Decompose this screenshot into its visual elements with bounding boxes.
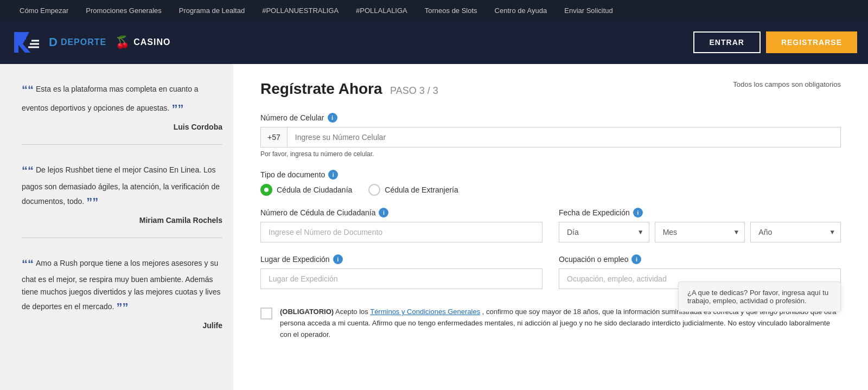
testimonial-2-text: De lejos Rushbet tiene el mejor Casino E… — [22, 161, 222, 212]
deporte-badge[interactable]: D DEPORTE — [49, 35, 106, 49]
celular-info-icon[interactable]: i — [328, 113, 337, 123]
fecha-label: Fecha de Expedición i — [559, 208, 841, 218]
dia-select[interactable]: Día — [559, 222, 649, 242]
celular-hint: Por favor, ingresa tu número de celular. — [260, 150, 841, 158]
radio-circle-extranjeria — [368, 184, 380, 196]
lugar-ocupacion-row: Lugar de Expedición i Ocupación o empleo… — [260, 254, 841, 289]
celular-label: Número de Celular i — [260, 113, 841, 123]
main-container: Esta es la plataforma mas completa en cu… — [0, 64, 868, 390]
testimonial-3-text: Amo a Rush porque tiene a los mejores as… — [22, 254, 222, 317]
cedula-fecha-row: Número de Cédula de Ciudadanía i Fecha d… — [260, 208, 841, 242]
terms-link[interactable]: Términos y Condiciones Generales — [370, 308, 480, 316]
mes-wrapper: Mes ▼ — [655, 222, 745, 242]
phone-prefix: +57 — [261, 127, 288, 147]
cherry-icon: 🍒 — [115, 35, 130, 49]
phone-row: +57 — [260, 127, 841, 148]
ocupacion-col: Ocupación o empleo i ¿A que te dedicas? … — [559, 254, 841, 289]
logo-r[interactable] — [11, 30, 40, 55]
nav-promociones[interactable]: Promociones Generales — [77, 7, 170, 15]
lugar-label: Lugar de Expedición i — [260, 254, 542, 264]
anio-wrapper: Año ▼ — [750, 222, 841, 242]
testimonial-1: Esta es la plataforma mas completa en cu… — [22, 80, 222, 145]
ocupacion-label: Ocupación o empleo i — [559, 254, 841, 264]
radio-cedula-extranjeria[interactable]: Cédula de Extranjería — [368, 184, 458, 196]
date-row: Día ▼ Mes ▼ Año ▼ — [559, 222, 841, 242]
mes-select[interactable]: Mes — [655, 222, 745, 242]
form-step: PASO 3 / 3 — [390, 85, 438, 96]
nav-solicitud[interactable]: Enviar Solicitud — [556, 7, 622, 15]
radio-cedula-ciudadania[interactable]: Cédula de Ciudadanía — [260, 184, 352, 196]
testimonial-2-author: Miriam Camila Rochels — [22, 216, 222, 225]
top-nav: Cómo Empezar Promociones Generales Progr… — [0, 0, 868, 21]
anio-select[interactable]: Año — [750, 222, 841, 242]
celular-group: Número de Celular i +57 Por favor, ingre… — [260, 113, 841, 158]
form-title-group: Regístrate Ahora PASO 3 / 3 — [260, 80, 438, 98]
dia-wrapper: Día ▼ — [559, 222, 649, 242]
form-title: Regístrate Ahora — [260, 80, 382, 97]
tipo-documento-label: Tipo de documento i — [260, 170, 841, 180]
terms-checkbox[interactable] — [260, 308, 272, 319]
testimonial-1-author: Luis Cordoba — [22, 123, 222, 131]
tipo-doc-info-icon[interactable]: i — [328, 170, 338, 180]
cedula-label: Número de Cédula de Ciudadanía i — [260, 208, 542, 218]
nav-como-empezar[interactable]: Cómo Empezar — [11, 7, 77, 15]
fecha-col: Fecha de Expedición i Día ▼ Mes ▼ — [559, 208, 841, 242]
radio-group: Cédula de Ciudadanía Cédula de Extranjer… — [260, 184, 841, 196]
lugar-info-icon[interactable]: i — [333, 254, 343, 264]
ocupacion-tooltip: ¿A que te dedicas? Por favor, ingresa aq… — [678, 282, 841, 312]
registrarse-button[interactable]: REGISTRARSE — [766, 31, 857, 53]
testimonial-3-author: Julife — [22, 321, 222, 330]
nav-pollanuestraliga[interactable]: #POLLANUESTRALIGA — [253, 7, 347, 15]
tipo-documento-group: Tipo de documento i Cédula de Ciudadanía… — [260, 170, 841, 196]
celular-input[interactable] — [288, 127, 840, 147]
nav-lealtad[interactable]: Programa de Lealtad — [170, 7, 253, 15]
entrar-button[interactable]: ENTRAR — [693, 31, 761, 53]
cedula-info-icon[interactable]: i — [379, 208, 388, 218]
header-actions: ENTRAR REGISTRARSE — [693, 31, 857, 53]
testimonial-3: Amo a Rush porque tiene a los mejores as… — [22, 254, 222, 343]
casino-label: CASINO — [133, 37, 170, 47]
deporte-d-letter: D — [49, 35, 58, 49]
testimonial-2: De lejos Rushbet tiene el mejor Casino E… — [22, 161, 222, 238]
lugar-col: Lugar de Expedición i — [260, 254, 542, 289]
form-header: Regístrate Ahora PASO 3 / 3 Todos los ca… — [260, 80, 841, 98]
deporte-label: DEPORTE — [61, 37, 106, 47]
lugar-input[interactable] — [260, 268, 542, 289]
nav-ayuda[interactable]: Centro de Ayuda — [486, 7, 556, 15]
nav-torneos[interactable]: Torneos de Slots — [416, 7, 486, 15]
fecha-info-icon[interactable]: i — [633, 208, 643, 218]
header: D DEPORTE 🍒 CASINO ENTRAR REGISTRARSE — [0, 21, 868, 64]
radio-circle-ciudadania — [260, 184, 272, 196]
ocupacion-info-icon[interactable]: i — [631, 254, 641, 264]
testimonial-1-text: Esta es la plataforma mas completa en cu… — [22, 80, 222, 118]
sidebar: Esta es la plataforma mas completa en cu… — [0, 64, 233, 390]
cedula-input[interactable] — [260, 222, 542, 242]
terms-obligatorio: (OBLIGATORIO) — [280, 308, 334, 316]
nav-pollalaliga[interactable]: #POLLALALIGA — [347, 7, 416, 15]
registration-form-area: Regístrate Ahora PASO 3 / 3 Todos los ca… — [233, 64, 868, 390]
header-logo-group: D DEPORTE 🍒 CASINO — [11, 30, 170, 55]
casino-badge[interactable]: 🍒 CASINO — [115, 35, 170, 49]
cedula-col: Número de Cédula de Ciudadanía i — [260, 208, 542, 242]
campos-obligatorios: Todos los campos son obligatorios — [733, 80, 841, 88]
